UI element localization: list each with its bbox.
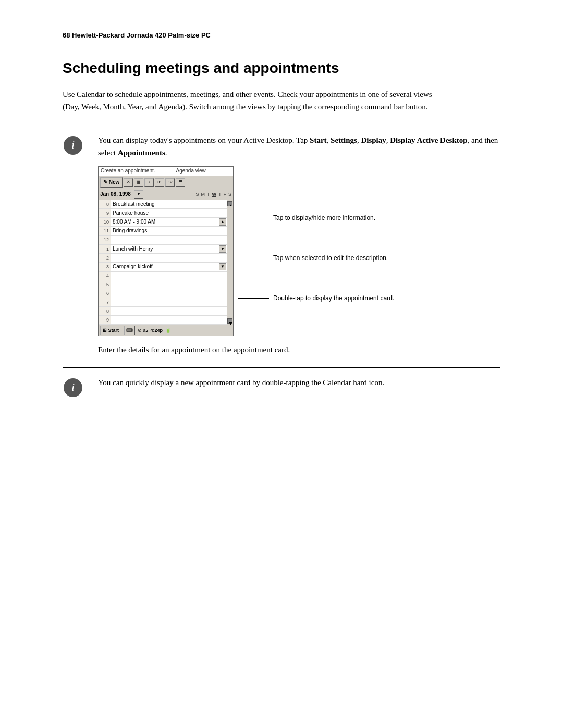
cal-row-1: 1 Lunch with Henry ▼ (99, 245, 227, 254)
cal-hour-8: 8 (99, 200, 111, 208)
cal-rows-area: 8 Breakfast meeting 9 Pancake house 10 (99, 200, 227, 325)
cal-dow-m: M (201, 191, 205, 198)
cal-expand-btn-10[interactable]: ▲ (219, 218, 226, 226)
cal-new-btn[interactable]: ✎ New (100, 177, 123, 188)
page-number: 68 (63, 31, 70, 39)
cal-body-scroll: 8 Breakfast meeting 9 Pancake house 10 (99, 200, 233, 325)
cal-taskbar: ⊞ Start ⌨ ⊙ a₃ 4:24p 🔋 (99, 325, 233, 336)
cal-delete-btn[interactable]: ✕ (124, 178, 133, 187)
cal-hour-3: 3 (99, 263, 111, 271)
cal-event-time[interactable]: 8:00 AM - 9:00 AM (111, 218, 218, 226)
cal-hour-11: 11 (99, 227, 111, 235)
cal-event-pancake[interactable]: Pancake house (111, 209, 227, 217)
cal-battery-icon: 🔋 (165, 327, 171, 334)
callout-2: Tap when selected to edit the descriptio… (238, 253, 394, 263)
cal-dow: S M T W T F S (195, 191, 231, 198)
cal-date-text: Jan 08, 1998 (100, 190, 131, 199)
cal-toolbar[interactable]: ✎ New ✕ ▦ 7 31 12 ☰ (99, 176, 233, 189)
tip-block-2: i You can quickly display a new appointm… (63, 368, 500, 409)
cal-expand-btn-3[interactable]: ▼ (219, 263, 226, 270)
cal-dow-f: F (223, 191, 226, 198)
cal-event-12 (111, 236, 227, 244)
cal-event-7 (111, 298, 227, 306)
cal-event-4 (111, 272, 227, 280)
cal-expand-btn-1[interactable]: ▼ (219, 245, 226, 253)
cal-row-6: 6 (99, 289, 227, 298)
cal-dow-t2: T (218, 191, 222, 198)
cal-row-12: 12 (99, 236, 227, 245)
cal-scroll-down[interactable]: ▼ (227, 318, 232, 324)
callout-line-bar-2 (238, 258, 269, 258)
tip-icon-2: i (63, 377, 89, 400)
enter-details-text: Enter the details for an appointment on … (98, 343, 500, 356)
cal-event-9b (111, 316, 227, 324)
cal-hour-6: 6 (99, 289, 111, 298)
cal-hour-2: 2 (99, 254, 111, 262)
cal-hour-10: 10 (99, 218, 111, 226)
cal-row-4: 4 (99, 272, 227, 280)
cal-event-5 (111, 280, 227, 289)
cal-month-btn[interactable]: 31 (155, 178, 164, 187)
callout-3: Double-tap to display the appointment ca… (238, 293, 394, 303)
cal-hour-4: 4 (99, 272, 111, 280)
cal-week-btn[interactable]: 7 (144, 178, 154, 187)
cal-row-3: 3 Campaign kickoff ▼ (99, 263, 227, 272)
page-header: 68 Hewlett-Packard Jornada 420 Palm-size… (63, 31, 500, 39)
tip-pencil-icon-2: i (63, 377, 83, 398)
tip1-content: You can display today's appointments on … (98, 134, 500, 359)
cal-scroll-up[interactable]: ▲ (227, 201, 232, 206)
intro-paragraph: Use Calendar to schedule appointments, m… (63, 88, 438, 113)
cal-start-btn[interactable]: ⊞ Start (100, 326, 121, 335)
cal-row-8: 8 Breakfast meeting (99, 200, 227, 209)
tip1-bold-dad: Display Active Desktop (390, 136, 467, 144)
callout-area: Tap to display/hide more information. Ta… (238, 166, 394, 313)
svg-text:i: i (71, 138, 75, 151)
callout-1: Tap to display/hide more information. (238, 213, 394, 223)
cal-agenda-btn[interactable]: ☰ (176, 178, 185, 187)
cal-status-icons: ⊙ a₃ (138, 327, 148, 334)
calendar-box: Create an appointment. Agenda view ✎ New… (98, 166, 234, 336)
cal-row-9: 9 Pancake house (99, 209, 227, 218)
calendar-screenshot-wrapper: Create an appointment. Agenda view ✎ New… (98, 166, 500, 336)
cal-event-breakfast[interactable]: Breakfast meeting (111, 200, 227, 208)
cal-hour-7: 7 (99, 298, 111, 306)
tip1-period: . (165, 149, 167, 157)
callout-text-3: Double-tap to display the appointment ca… (273, 293, 394, 303)
cal-hour-9b: 9 (99, 316, 111, 324)
cal-event-8b (111, 307, 227, 315)
cal-event-drawings[interactable]: Bring drawings (111, 227, 227, 235)
cal-dow-t1: T (207, 191, 210, 198)
cal-event-lunch[interactable]: Lunch with Henry (111, 245, 218, 253)
cal-day-btn[interactable]: ▦ (134, 178, 143, 187)
tip1-comma1: , (327, 136, 331, 144)
svg-text:i: i (71, 380, 75, 393)
cal-label-create: Create an appointment. (101, 167, 155, 175)
tip2-content: You can quickly display a new appointmen… (98, 376, 500, 392)
tip1-text-before: You can display today's appointments on … (98, 136, 310, 144)
cal-row-8b: 8 (99, 307, 227, 316)
tip1-text: You can display today's appointments on … (98, 134, 500, 159)
cal-dow-w: W (212, 191, 216, 198)
cal-label-area: Create an appointment. Agenda view (101, 167, 233, 175)
cal-hour-12: 12 (99, 236, 111, 244)
tip-icon-1: i (63, 135, 89, 158)
callout-line-bar-1 (238, 218, 269, 218)
cal-scrollbar[interactable]: ▲ ▼ (227, 200, 233, 325)
cal-row-9b: 9 (99, 316, 227, 325)
tip2-text: You can quickly display a new appointmen… (98, 376, 500, 389)
callout-line-bar-3 (238, 298, 269, 299)
cal-dow-s2: S (228, 191, 231, 198)
cal-hour-8b: 8 (99, 307, 111, 315)
page: 68 Hewlett-Packard Jornada 420 Palm-size… (0, 0, 563, 728)
product-name-text: Hewlett-Packard Jornada 420 Palm-size PC (72, 31, 211, 39)
tip1-bold-settings: Settings (331, 136, 357, 144)
cal-event-campaign[interactable]: Campaign kickoff (111, 263, 218, 271)
cal-event-2 (111, 254, 227, 262)
tip-pencil-icon: i (63, 135, 83, 156)
cal-keyboard-btn[interactable]: ⌨ (124, 326, 135, 335)
cal-year-btn[interactable]: 12 (165, 178, 175, 187)
cal-date-dropdown[interactable]: ▼ (134, 190, 143, 199)
cal-event-6 (111, 289, 227, 298)
tip1-bold-start: Start (310, 136, 327, 144)
callout-text-1: Tap to display/hide more information. (273, 213, 375, 223)
